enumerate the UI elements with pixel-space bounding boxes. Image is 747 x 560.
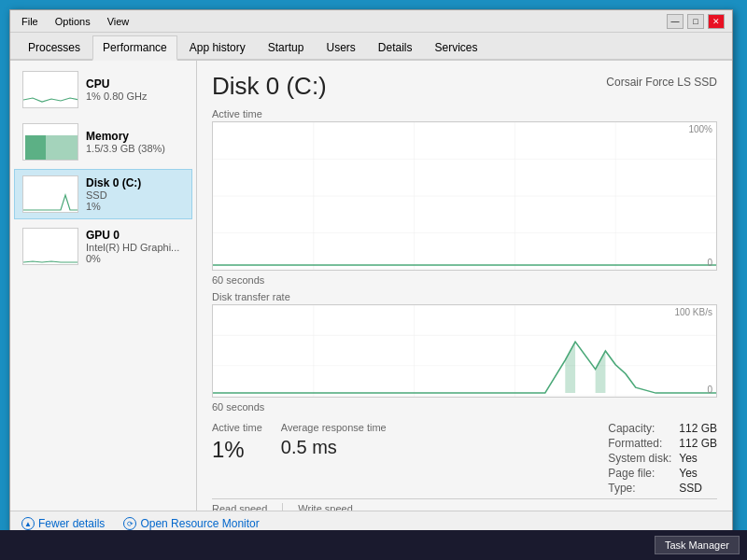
transfer-rate-svg [213,305,716,397]
gpu0-info: GPU 0 Intel(R) HD Graphi... 0% [86,229,179,264]
avg-response-label: Average response time [281,422,387,433]
capacity-value: 112 GB [679,422,717,435]
active-time-stat: Active time 1% [212,422,262,495]
close-button[interactable]: ✕ [708,14,725,29]
page-file-label: Page file: [608,467,671,480]
menu-bar: File Options View [18,14,133,29]
disk-device-name: Corsair Force LS SSD [606,76,717,89]
sidebar-item-memory[interactable]: Memory 1.5/3.9 GB (38%) [14,117,192,167]
tab-processes[interactable]: Processes [18,35,91,59]
title-bar: File Options View — □ ✕ [10,10,732,33]
chart-bottom-max: 100 KB/s [674,307,712,317]
write-speed-item: Write speed 37.0 KB/s [298,503,362,511]
disk0-label: Disk 0 (C:) [86,176,141,189]
disk-thumb-chart [23,176,78,212]
fewer-details-link[interactable]: ▲ Fewer details [21,517,105,530]
tab-performance[interactable]: Performance [92,35,177,61]
open-monitor-icon: ⟳ [123,517,136,530]
window-controls: — □ ✕ [667,14,725,29]
content-area: CPU 1% 0.80 GHz Memory 1.5/3.9 GB (38%) [10,61,732,511]
active-time-label: Active time [212,108,717,119]
type-value: SSD [679,482,717,495]
gpu0-name: Intel(R) HD Graphi... [86,242,179,253]
tab-startup[interactable]: Startup [258,35,315,59]
tab-details[interactable]: Details [368,35,423,59]
disk-title: Disk 0 (C:) [212,72,327,101]
speed-group: Read speed 0 KB/s Write speed 37.0 KB/s [212,498,717,511]
capacity-label: Capacity: [608,422,671,435]
disk-thumbnail [22,175,78,213]
menu-options[interactable]: Options [51,14,94,29]
sidebar-item-disk0[interactable]: Disk 0 (C:) SSD 1% [14,169,192,219]
open-monitor-label: Open Resource Monitor [140,517,259,530]
main-header: Disk 0 (C:) Corsair Force LS SSD [212,72,717,101]
gpu-thumbnail [22,228,78,265]
tab-users[interactable]: Users [316,35,365,59]
tab-services[interactable]: Services [425,35,488,59]
main-panel: Disk 0 (C:) Corsair Force LS SSD Active … [197,61,732,511]
task-manager-window: File Options View — □ ✕ Processes Perfor… [9,9,733,537]
active-time-stat-value: 1% [212,437,262,463]
disk0-pct: 1% [86,201,141,212]
cpu-thumb-chart [23,72,78,107]
stats-row: Active time 1% Average response time 0.5… [212,422,717,495]
disk0-info: Disk 0 (C:) SSD 1% [86,176,141,212]
cpu-info: CPU 1% 0.80 GHz [86,77,147,102]
gpu-thumb-chart [23,229,78,264]
avg-response-stat: Average response time 0.5 ms [281,422,387,495]
minimize-button[interactable]: — [667,14,684,29]
write-speed-label: Write speed [298,503,362,511]
transfer-rate-label: Disk transfer rate [212,291,717,302]
open-monitor-link[interactable]: ⟳ Open Resource Monitor [123,517,259,530]
tab-app-history[interactable]: App history [179,35,256,59]
memory-stats: 1.5/3.9 GB (38%) [86,143,165,154]
gpu0-pct: 0% [86,253,179,264]
formatted-value: 112 GB [679,437,717,450]
memory-thumb-chart [23,124,78,160]
speed-divider [282,503,283,511]
avg-response-value: 0.5 ms [281,437,387,458]
cpu-thumbnail [22,71,78,108]
system-disk-value: Yes [679,452,717,465]
sidebar-item-gpu0[interactable]: GPU 0 Intel(R) HD Graphi... 0% [14,221,192,272]
cpu-label: CPU [86,77,147,91]
cpu-stats: 1% 0.80 GHz [86,91,147,102]
info-section: Capacity: 112 GB Formatted: 112 GB Syste… [608,422,717,495]
read-speed-label: Read speed [212,503,267,511]
disk-info-grid: Capacity: 112 GB Formatted: 112 GB Syste… [608,422,717,495]
active-time-chart: 100% 0 [212,121,717,271]
active-time-svg [213,122,716,270]
fewer-details-label: Fewer details [38,517,105,530]
svg-rect-1 [25,135,46,160]
page-file-value: Yes [679,467,717,480]
maximize-button[interactable]: □ [687,14,704,29]
chart-bottom-zero: 0 [707,385,712,395]
gpu0-label: GPU 0 [86,229,179,242]
menu-view[interactable]: View [104,14,134,29]
memory-thumbnail [22,123,78,161]
chart-top-zero: 0 [707,258,712,268]
system-disk-label: System disk: [608,452,671,465]
title-bar-left: File Options View [18,14,133,29]
time-label-bottom: 60 seconds [212,401,717,413]
active-time-stat-label: Active time [212,422,262,433]
memory-label: Memory [86,130,165,143]
disk0-type: SSD [86,189,141,201]
menu-file[interactable]: File [18,14,42,29]
taskbar-task-manager[interactable]: Task Manager [655,536,740,554]
chart-top-max: 100% [688,124,712,134]
memory-info: Memory 1.5/3.9 GB (38%) [86,130,165,154]
sidebar-item-cpu[interactable]: CPU 1% 0.80 GHz [14,64,192,115]
disk-main-title: Disk 0 (C:) [212,72,327,101]
sidebar: CPU 1% 0.80 GHz Memory 1.5/3.9 GB (38%) [10,61,197,511]
taskbar: Task Manager [0,530,747,560]
transfer-rate-chart: 100 KB/s 0 [212,304,717,398]
read-speed-item: Read speed 0 KB/s [212,503,267,511]
time-label-top: 60 seconds [212,274,717,286]
fewer-details-icon: ▲ [21,517,35,530]
tab-bar: Processes Performance App history Startu… [10,33,732,61]
type-label: Type: [608,482,671,495]
formatted-label: Formatted: [608,437,671,450]
